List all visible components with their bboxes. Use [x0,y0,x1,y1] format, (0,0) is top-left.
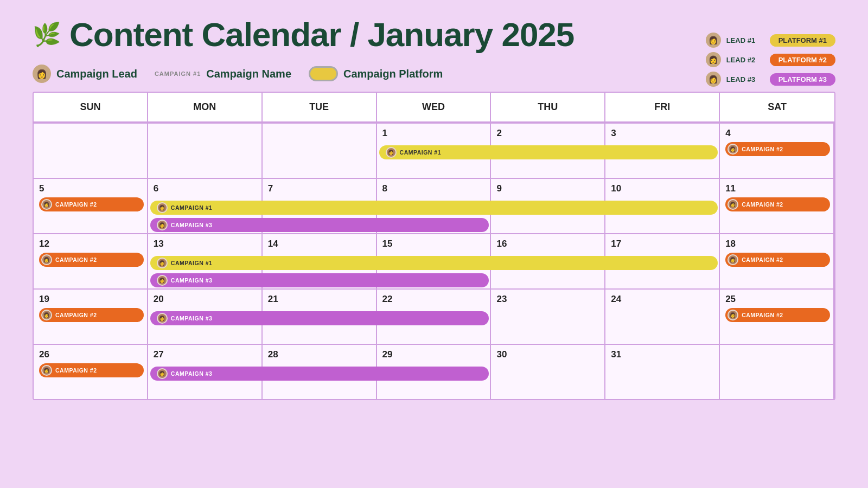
platform1-badge: PLATFORM #1 [770,34,835,47]
bar-jan12-campaign2: 👩 CAMPAIGN #2 [39,253,144,267]
sub-legend-lead: 👩 Campaign Lead [33,65,137,83]
lead3-label: LEAD #3 [726,75,764,84]
logo-icon: 🌿 [33,21,61,48]
day-28: 28 [268,349,373,360]
lead3-avatar: 👩 [706,72,721,87]
day-27: 27 [154,349,258,360]
avatar-jan26: 👩 [41,365,52,376]
cell-jan-7: 7 [263,179,377,233]
platform3-badge: PLATFORM #3 [770,73,835,86]
sub-lead-avatar: 👩 [33,65,51,83]
cell-jan-29: 29 [377,345,492,399]
lead2-avatar: 👩 [706,52,721,67]
cell-empty-3 [263,124,377,178]
day-3: 3 [611,128,716,139]
day-17: 17 [611,239,716,249]
day-2: 2 [496,128,601,139]
day-14: 14 [268,239,373,249]
day-26: 26 [39,349,144,360]
day-18: 18 [725,239,830,249]
cell-jan-23: 23 [491,290,605,344]
day-30: 30 [496,349,601,360]
avatar-jan25: 👩 [727,310,738,320]
sub-legend-campaign: CAMPAIGN #1 Campaign Name [155,68,291,80]
cell-jan-18: 18 👩 CAMPAIGN #2 [720,234,834,288]
bar-jan4-campaign2: 👩 CAMPAIGN #2 [725,142,830,156]
cell-jan-3: 3 [605,124,720,178]
cell-jan-2: 2 [491,124,605,178]
day-6: 6 [154,183,258,194]
header-thu: THU [491,93,605,121]
cell-jan-13: 13 [148,234,263,288]
calendar-row-3: 12 👩 CAMPAIGN #2 13 14 15 16 17 [34,233,834,288]
cell-jan-12: 12 👩 CAMPAIGN #2 [34,234,148,288]
avatar-jan11: 👩 [727,199,738,210]
header-sun: SUN [34,93,148,121]
day-8: 8 [382,183,487,194]
cell-jan-30: 30 [491,345,605,399]
header-mon: MON [148,93,263,121]
sub-platform-label: Campaign Platform [343,68,443,80]
avatar-jan12: 👩 [41,254,52,265]
day-29: 29 [382,349,487,360]
legend-row-3: 👩 LEAD #3 PLATFORM #3 [706,72,835,87]
cell-jan-5: 5 👩 CAMPAIGN #2 [34,179,148,233]
cell-jan-15: 15 [377,234,492,288]
day-9: 9 [496,183,601,194]
cell-jan-25: 25 👩 CAMPAIGN #2 [720,290,834,344]
legend-row-2: 👩 LEAD #2 PLATFORM #2 [706,52,835,67]
day-13: 13 [154,239,258,249]
day-31: 31 [611,349,716,360]
sub-campaign-num: CAMPAIGN #1 [155,70,201,77]
calendar-row-4: 19 👩 CAMPAIGN #2 20 21 22 23 24 [34,288,834,344]
lead1-avatar: 👩 [706,33,721,48]
cell-jan-22: 22 [377,290,492,344]
avatar-jan4: 👩 [727,144,738,155]
day-20: 20 [154,294,258,305]
cell-jan-31: 31 [605,345,720,399]
cell-jan-8: 8 [377,179,492,233]
calendar-header: SUN MON TUE WED THU FRI SAT [34,93,834,123]
platform2-badge: PLATFORM #2 [770,54,835,66]
cell-jan-20: 20 [148,290,263,344]
day-16: 16 [496,239,601,249]
day-21: 21 [268,294,373,305]
cell-empty-1 [34,124,148,178]
day-12: 12 [39,239,144,249]
cell-empty-last [720,345,834,399]
day-23: 23 [496,294,601,305]
day-15: 15 [382,239,487,249]
sub-campaign-name: Campaign Name [206,68,291,80]
cell-jan-4: 4 👩 CAMPAIGN #2 [720,124,834,178]
cell-jan-14: 14 [263,234,377,288]
platform-swatch [309,66,338,81]
lead2-label: LEAD #2 [726,56,764,64]
lead1-label: LEAD #1 [726,36,764,44]
header-fri: FRI [605,93,720,121]
header-wed: WED [377,93,492,121]
day-11: 11 [725,183,830,194]
bar-jan11-campaign2: 👩 CAMPAIGN #2 [725,197,830,211]
cell-jan-10: 10 [605,179,720,233]
calendar-row-1: 1 2 3 4 👩 CAMPAIGN #2 [34,123,834,178]
cell-jan-6: 6 [148,179,263,233]
day-7: 7 [268,183,373,194]
page-title: Content Calendar / January 2025 [69,15,574,54]
sub-legend-platform: Campaign Platform [309,66,443,81]
day-24: 24 [611,294,716,305]
calendar-row-2: 5 👩 CAMPAIGN #2 6 7 8 9 [34,178,834,233]
cell-jan-28: 28 [263,345,377,399]
calendar-row-5: 26 👩 CAMPAIGN #2 27 28 29 30 31 [34,344,834,399]
cell-jan-21: 21 [263,290,377,344]
cell-jan-1: 1 [377,124,492,178]
bar-jan25-campaign2: 👩 CAMPAIGN #2 [725,308,830,322]
cell-jan-9: 9 [491,179,605,233]
avatar-jan19: 👩 [41,310,52,320]
avatar-jan5: 👩 [41,199,52,210]
cell-jan-11: 11 👩 CAMPAIGN #2 [720,179,834,233]
cell-jan-16: 16 [491,234,605,288]
header-sat: SAT [720,93,834,121]
sub-lead-label: Campaign Lead [56,68,137,80]
cell-jan-19: 19 👩 CAMPAIGN #2 [34,290,148,344]
day-22: 22 [382,294,487,305]
